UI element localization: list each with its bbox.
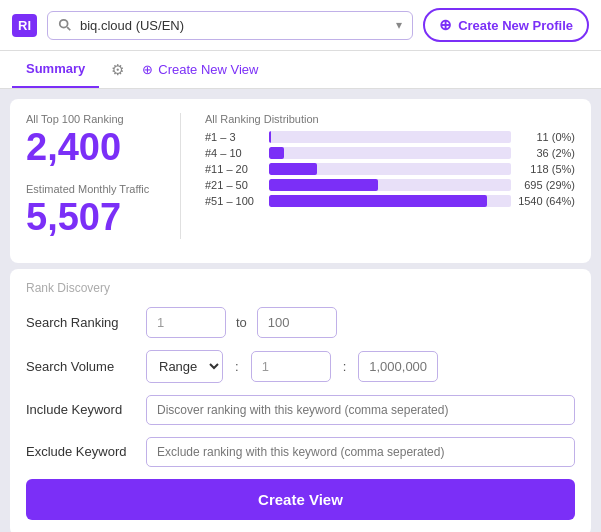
top100-label: All Top 100 Ranking	[26, 113, 156, 125]
top100-value: 2,400	[26, 127, 156, 169]
search-input[interactable]	[80, 18, 388, 33]
dist-bar-bg	[269, 163, 511, 175]
ri-badge: RI	[12, 14, 37, 37]
summary-section: All Top 100 Ranking 2,400 Estimated Mont…	[10, 99, 591, 263]
distribution-row: #51 – 100 1540 (64%)	[205, 195, 575, 207]
include-keyword-input[interactable]	[146, 395, 575, 425]
search-icon	[58, 18, 72, 32]
search-ranking-row: Search Ranking to	[26, 307, 575, 338]
distribution-row: #4 – 10 36 (2%)	[205, 147, 575, 159]
chevron-down-icon: ▾	[396, 18, 402, 32]
create-profile-button[interactable]: ⊕ Create New Profile	[423, 8, 589, 42]
svg-line-1	[67, 27, 70, 30]
dist-row-value: 36 (2%)	[517, 147, 575, 159]
distribution-row: #1 – 3 11 (0%)	[205, 131, 575, 143]
volume-select-wrap[interactable]: Range Min Max	[146, 350, 223, 383]
dist-bar-fill	[269, 179, 378, 191]
distribution-title: All Ranking Distribution	[205, 113, 575, 125]
exclude-keyword-input[interactable]	[146, 437, 575, 467]
search-ranking-label: Search Ranking	[26, 315, 136, 330]
volume-from-input[interactable]	[251, 351, 331, 382]
search-ranking-from-input[interactable]	[146, 307, 226, 338]
dist-row-label: #1 – 3	[205, 131, 263, 143]
include-keyword-row: Include Keyword	[26, 395, 575, 425]
dist-row-label: #4 – 10	[205, 147, 263, 159]
rank-discovery-section: Rank Discovery Search Ranking to Search …	[10, 269, 591, 532]
exclude-keyword-row: Exclude Keyword	[26, 437, 575, 467]
header: RI ▾ ⊕ Create New Profile	[0, 0, 601, 51]
dist-bar-bg	[269, 131, 511, 143]
distribution-row: #21 – 50 695 (29%)	[205, 179, 575, 191]
dist-bar-fill	[269, 163, 317, 175]
search-volume-label: Search Volume	[26, 359, 136, 374]
svg-point-0	[60, 20, 68, 28]
rank-discovery-title: Rank Discovery	[26, 281, 575, 295]
tab-bar: Summary ⚙ ⊕ Create New View	[0, 51, 601, 89]
distribution-row: #11 – 20 118 (5%)	[205, 163, 575, 175]
dist-row-label: #21 – 50	[205, 179, 263, 191]
to-label: to	[236, 315, 247, 330]
dist-bar-bg	[269, 179, 511, 191]
dist-row-value: 11 (0%)	[517, 131, 575, 143]
dist-row-value: 118 (5%)	[517, 163, 575, 175]
dist-bar-fill	[269, 195, 487, 207]
volume-to-input[interactable]	[358, 351, 438, 382]
dist-row-value: 1540 (64%)	[517, 195, 575, 207]
dist-bar-fill	[269, 131, 271, 143]
summary-grid: All Top 100 Ranking 2,400 Estimated Mont…	[26, 113, 575, 239]
dist-bar-fill	[269, 147, 284, 159]
exclude-keyword-label: Exclude Keyword	[26, 444, 136, 459]
summary-left: All Top 100 Ranking 2,400 Estimated Mont…	[26, 113, 156, 239]
search-ranking-to-input[interactable]	[257, 307, 337, 338]
dist-row-value: 695 (29%)	[517, 179, 575, 191]
plus-circle-icon: ⊕	[439, 16, 452, 34]
traffic-value: 5,507	[26, 197, 156, 239]
traffic-label: Estimated Monthly Traffic	[26, 183, 156, 195]
search-volume-row: Search Volume Range Min Max : :	[26, 350, 575, 383]
dist-row-label: #11 – 20	[205, 163, 263, 175]
dist-row-label: #51 – 100	[205, 195, 263, 207]
create-new-view-link[interactable]: ⊕ Create New View	[136, 54, 264, 85]
summary-divider	[180, 113, 181, 239]
colon-separator: :	[233, 359, 241, 374]
volume-select[interactable]: Range Min Max	[147, 351, 222, 382]
settings-icon[interactable]: ⚙	[103, 53, 132, 87]
create-view-button[interactable]: Create View	[26, 479, 575, 520]
search-bar[interactable]: ▾	[47, 11, 413, 40]
colon-separator-2: :	[341, 359, 349, 374]
include-keyword-label: Include Keyword	[26, 402, 136, 417]
tab-summary[interactable]: Summary	[12, 51, 99, 88]
distribution-rows: #1 – 3 11 (0%) #4 – 10 36 (2%) #11 – 20 …	[205, 131, 575, 207]
dist-bar-bg	[269, 147, 511, 159]
plus-icon: ⊕	[142, 62, 153, 77]
summary-right: All Ranking Distribution #1 – 3 11 (0%) …	[205, 113, 575, 239]
dist-bar-bg	[269, 195, 511, 207]
